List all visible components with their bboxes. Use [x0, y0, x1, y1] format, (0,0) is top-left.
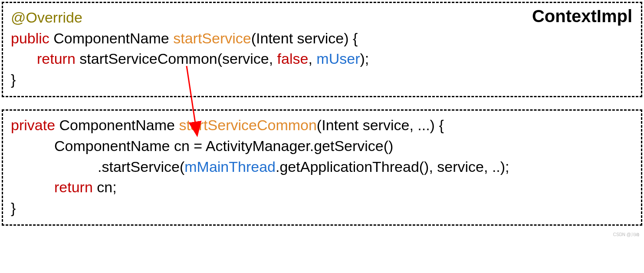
code-line: return cn;: [11, 177, 633, 198]
end-token: );: [360, 50, 369, 67]
code-line: private ComponentName startServiceCommon…: [11, 115, 633, 136]
post-token: .getApplicationThread(), service, ..);: [276, 158, 509, 175]
code-block-startservice: ContextImpl @Override public ComponentNa…: [2, 2, 642, 97]
code-line: }: [11, 198, 633, 219]
field-token: mUser: [316, 50, 360, 67]
params-token: (Intent service, ...) {: [317, 117, 444, 133]
params-token: (Intent service) {: [251, 30, 358, 46]
code-line: }: [11, 69, 633, 90]
keyword-token: return: [54, 179, 93, 195]
watermark: CSDN @川峰: [613, 232, 640, 238]
annotation-token: @Override: [11, 9, 82, 26]
class-label: ContextImpl: [532, 7, 632, 26]
code-block-startservicecommon: private ComponentName startServiceCommon…: [2, 109, 642, 226]
brace-token: }: [11, 71, 16, 88]
brace-token: }: [11, 200, 16, 216]
type-token: ComponentName: [49, 30, 173, 46]
keyword-token: public: [11, 30, 49, 46]
field-token: mMainThread: [184, 158, 276, 175]
method-token: startServiceCommon: [179, 117, 316, 133]
code-line: ComponentName cn = ActivityManager.getSe…: [11, 136, 633, 157]
code-line: return startServiceCommon(service, false…: [11, 49, 633, 69]
method-token: startService: [173, 30, 251, 46]
type-token: ComponentName: [55, 117, 179, 133]
comma-token: ,: [308, 50, 316, 67]
code-line: .startService(mMainThread.getApplication…: [11, 157, 633, 178]
pre-token: .startService(: [98, 158, 184, 175]
text-token: ComponentName cn = ActivityManager.getSe…: [54, 138, 393, 154]
var-token: cn;: [93, 179, 117, 195]
keyword-token: return: [37, 50, 76, 67]
code-line: public ComponentName startService(Intent…: [11, 28, 633, 49]
keyword-token: private: [11, 117, 55, 133]
keyword-token: false: [277, 50, 309, 67]
call-token: startServiceCommon(service,: [76, 50, 277, 67]
